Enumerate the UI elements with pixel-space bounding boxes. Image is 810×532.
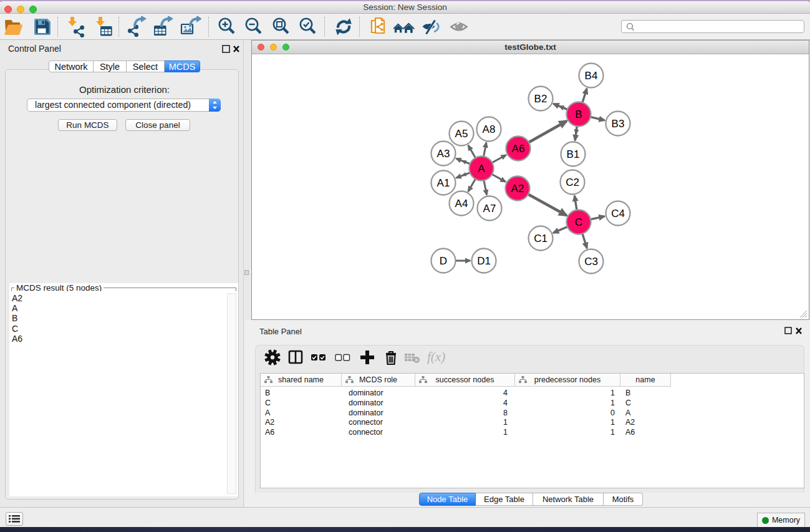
svg-text:C4: C4 <box>611 208 625 220</box>
svg-text:C1: C1 <box>534 233 547 244</box>
svg-text:B2: B2 <box>534 93 547 105</box>
svg-text:C2: C2 <box>566 177 579 188</box>
svg-text:B3: B3 <box>612 118 625 130</box>
svg-text:A: A <box>478 163 485 175</box>
svg-text:A6: A6 <box>512 143 525 155</box>
svg-text:D: D <box>440 255 447 267</box>
svg-text:A1: A1 <box>437 177 450 189</box>
svg-text:A8: A8 <box>483 123 496 135</box>
svg-text:B1: B1 <box>567 148 580 160</box>
svg-text:B4: B4 <box>585 70 598 82</box>
svg-text:C3: C3 <box>584 256 598 268</box>
svg-text:A2: A2 <box>511 183 524 195</box>
svg-text:A7: A7 <box>483 203 496 215</box>
svg-text:D1: D1 <box>477 255 491 267</box>
svg-text:A3: A3 <box>437 148 450 160</box>
svg-text:A5: A5 <box>455 128 468 140</box>
svg-text:B: B <box>575 109 582 120</box>
svg-text:A4: A4 <box>455 198 468 210</box>
svg-text:C: C <box>575 216 582 228</box>
